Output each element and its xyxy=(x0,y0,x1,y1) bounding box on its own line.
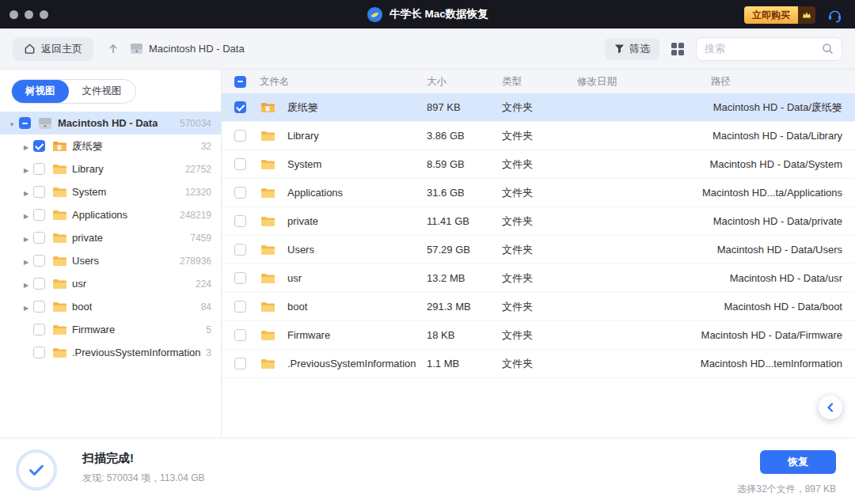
folder-icon xyxy=(51,163,67,175)
file-row[interactable]: boot291.3 MB文件夹Macintosh HD - Data/boot xyxy=(222,293,855,321)
close-window-icon[interactable] xyxy=(10,10,18,19)
row-checkbox[interactable] xyxy=(234,244,246,256)
expand-arrow-icon[interactable] xyxy=(21,232,32,244)
selection-info: 选择32个文件，897 KB xyxy=(737,483,836,496)
magnifier-icon[interactable] xyxy=(822,43,834,55)
header-filename[interactable]: 文件名 xyxy=(256,75,416,89)
tree-checkbox[interactable] xyxy=(33,232,45,244)
tree-checkbox[interactable] xyxy=(33,255,45,267)
tree-checkbox[interactable] xyxy=(33,140,45,152)
file-row[interactable]: Library3.86 GB文件夹Macintosh HD - Data/Lib… xyxy=(222,122,855,150)
collapse-panel-button[interactable] xyxy=(819,396,842,419)
file-type: 文件夹 xyxy=(491,157,566,172)
grid-view-icon[interactable] xyxy=(671,42,685,56)
tree-item[interactable]: Firmware5 xyxy=(0,318,221,341)
file-path: Macintosh HD - Data/usr xyxy=(689,272,855,284)
tree-checkbox[interactable] xyxy=(33,324,45,335)
tree-checkbox[interactable] xyxy=(19,117,31,129)
header-date[interactable]: 修改日期 xyxy=(566,75,689,89)
file-path: Macintosh HD...ta/Applications xyxy=(689,187,855,199)
file-row[interactable]: Applications31.6 GB文件夹Macintosh HD...ta/… xyxy=(222,179,855,207)
minimize-window-icon[interactable] xyxy=(25,10,33,19)
expand-arrow-icon[interactable] xyxy=(21,186,32,198)
file-name: Library xyxy=(287,130,319,142)
row-checkbox[interactable] xyxy=(234,358,246,369)
file-row[interactable]: Firmware18 KB文件夹Macintosh HD - Data/Firm… xyxy=(222,321,855,350)
window-controls[interactable] xyxy=(10,10,48,19)
file-name: private xyxy=(287,215,318,227)
tree-item-count: 32 xyxy=(197,141,211,152)
tree-item[interactable]: private7459 xyxy=(0,226,221,249)
support-headset-icon[interactable] xyxy=(825,6,844,25)
expand-arrow-icon[interactable] xyxy=(21,301,32,313)
view-toggle: 树视图 文件视图 xyxy=(11,79,136,104)
file-row[interactable]: usr13.2 MB文件夹Macintosh HD - Data/usr xyxy=(222,264,855,293)
select-all-checkbox[interactable] xyxy=(234,76,246,88)
tree-item[interactable]: boot84 xyxy=(0,295,221,318)
row-checkbox[interactable] xyxy=(234,272,246,284)
tab-tree-view[interactable]: 树视图 xyxy=(12,80,69,103)
folder-icon xyxy=(260,301,276,313)
row-checkbox[interactable] xyxy=(234,329,246,341)
folder-icon xyxy=(260,158,276,170)
zoom-window-icon[interactable] xyxy=(40,10,48,19)
row-checkbox[interactable] xyxy=(234,187,246,199)
folder-icon xyxy=(51,347,67,358)
tree-item[interactable]: usr224 xyxy=(0,272,221,295)
file-name: Applications xyxy=(287,187,343,199)
filter-button[interactable]: 筛选 xyxy=(605,38,659,60)
tree-checkbox[interactable] xyxy=(33,209,45,221)
file-row[interactable]: Users57.29 GB文件夹Macintosh HD - Data/User… xyxy=(222,236,855,264)
row-checkbox[interactable] xyxy=(234,158,246,170)
tree-item[interactable]: 废纸篓32 xyxy=(0,135,221,157)
file-path: Macintosh HD - Data/废纸篓 xyxy=(689,100,855,115)
tree-checkbox[interactable] xyxy=(33,301,45,313)
file-row[interactable]: 废纸篓897 KB文件夹Macintosh HD - Data/废纸篓 xyxy=(222,93,855,122)
file-row[interactable]: private11.41 GB文件夹Macintosh HD - Data/pr… xyxy=(222,207,855,236)
tree-item-count: 12320 xyxy=(181,187,211,198)
expand-arrow-icon[interactable] xyxy=(21,163,32,175)
search-box[interactable] xyxy=(696,37,842,61)
scan-status-detail: 发现: 570034 项，113.04 GB xyxy=(82,472,205,485)
recover-button[interactable]: 恢复 xyxy=(760,450,836,474)
search-input[interactable] xyxy=(705,43,822,55)
file-row[interactable]: .PreviousSystemInformation1.1 MB文件夹Macin… xyxy=(222,350,855,378)
file-path: Macintosh HD - Data/private xyxy=(689,215,855,227)
folder-icon xyxy=(51,209,67,221)
expand-arrow-icon[interactable] xyxy=(21,255,32,267)
funnel-icon xyxy=(614,44,625,54)
tree-item[interactable]: Macintosh HD - Data570034 xyxy=(0,112,221,135)
file-name: boot xyxy=(287,301,307,313)
row-checkbox[interactable] xyxy=(234,215,246,227)
tree-item[interactable]: Library22752 xyxy=(0,157,221,180)
tree-item[interactable]: System12320 xyxy=(0,180,221,203)
titlebar: 牛学长 Mac数据恢复 立即购买 xyxy=(0,0,855,28)
tree-item-count: 84 xyxy=(197,301,211,313)
buy-now-button[interactable]: 立即购买 xyxy=(744,6,815,24)
tree-checkbox[interactable] xyxy=(33,347,45,358)
tree-checkbox[interactable] xyxy=(33,186,45,198)
back-home-button[interactable]: 返回主页 xyxy=(13,37,93,61)
expand-arrow-icon[interactable] xyxy=(21,278,32,290)
tree-checkbox[interactable] xyxy=(33,278,45,290)
tree-item[interactable]: .PreviousSystemInformation3 xyxy=(0,341,221,364)
file-size: 1.1 MB xyxy=(416,358,491,369)
expand-arrow-icon[interactable] xyxy=(6,117,17,129)
row-checkbox[interactable] xyxy=(234,130,246,142)
header-size[interactable]: 大小 xyxy=(416,75,491,89)
expand-arrow-icon[interactable] xyxy=(21,140,32,152)
row-checkbox[interactable] xyxy=(234,301,246,313)
expand-arrow-icon[interactable] xyxy=(21,209,32,221)
tree-checkbox[interactable] xyxy=(33,163,45,175)
file-row[interactable]: System8.59 GB文件夹Macintosh HD - Data/Syst… xyxy=(222,150,855,179)
tree-item[interactable]: Users278936 xyxy=(0,249,221,272)
app-title: 牛学长 Mac数据恢复 xyxy=(390,7,488,21)
header-path[interactable]: 路径 xyxy=(689,75,855,89)
folder-icon xyxy=(260,329,276,341)
arrow-up-icon[interactable] xyxy=(108,44,119,55)
header-type[interactable]: 类型 xyxy=(491,75,566,89)
row-checkbox[interactable] xyxy=(234,101,246,113)
tab-file-view[interactable]: 文件视图 xyxy=(69,80,135,103)
tree-item[interactable]: Applications248219 xyxy=(0,203,221,226)
tree-item-count: 224 xyxy=(192,279,211,290)
